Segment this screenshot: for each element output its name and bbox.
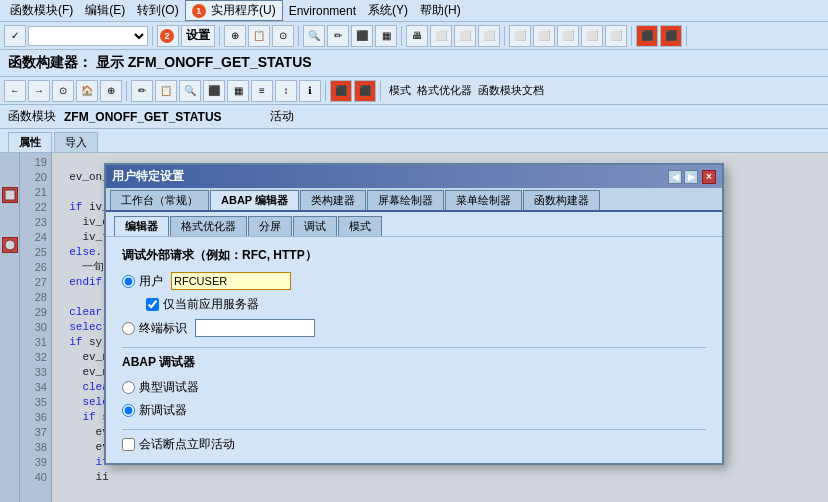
fm-row: 函数模块 ZFM_ONOFF_GET_STATUS 活动 [0,105,828,129]
radio-classic[interactable] [122,381,135,394]
toolbar-sep-6 [631,26,632,46]
modal-subtab-editor[interactable]: 编辑器 [114,216,169,236]
tb2-btn11[interactable]: ℹ [299,80,321,102]
tb-btn-10[interactable]: 🖶 [406,25,428,47]
modal-tabs: 工作台（常规） ABAP 编辑器 类构建器 屏幕绘制器 菜单绘制器 函数构建器 [106,188,722,212]
tb-btn-4[interactable]: 📋 [248,25,270,47]
modal-tab-menu[interactable]: 菜单绘制器 [445,190,522,210]
radio-classic-label[interactable]: 典型调试器 [122,379,199,396]
modal-subtabs: 编辑器 格式优化器 分屏 调试 模式 [106,212,722,237]
terminal-row: 终端标识 [122,319,706,337]
classic-debugger-row: 典型调试器 [122,379,706,396]
menu-utilities[interactable]: 1 实用程序(U) [185,0,283,21]
session-checkbox[interactable] [122,438,135,451]
server-row: 仅当前应用服务器 [126,296,706,313]
badge-1: 1 [192,4,206,18]
tb2-btn5[interactable]: 📋 [155,80,177,102]
tb-btn-18[interactable]: ⬜ [605,25,627,47]
settings-label[interactable]: 设置 [181,25,215,47]
radio-terminal[interactable] [122,322,135,335]
toolbar-sep-3 [298,26,299,46]
tb2-btn1[interactable]: ⊙ [52,80,74,102]
tb2-btn8[interactable]: ▦ [227,80,249,102]
tb2-btn-red2[interactable]: ⬛ [354,80,376,102]
modal-tab-screen[interactable]: 屏幕绘制器 [367,190,444,210]
modal-body: 调试外部请求（例如：RFC, HTTP） 用户 仅当前应用服务器 [106,237,722,463]
tb2-btn7[interactable]: ⬛ [203,80,225,102]
toolbar: ✓ 2 设置 ⊕ 📋 ⊙ 🔍 ✏ ⬛ ▦ 🖶 ⬜ ⬜ ⬜ ⬜ ⬜ ⬜ ⬜ ⬜ ⬛… [0,22,828,50]
menu-system[interactable]: 系统(Y) [362,1,414,20]
toolbar-sep-5 [504,26,505,46]
nav-next[interactable]: ▶ [684,170,698,184]
tb-btn-3[interactable]: ⊕ [224,25,246,47]
modal-tab-func[interactable]: 函数构建器 [523,190,600,210]
modal-tab-class[interactable]: 类构建器 [300,190,366,210]
modal-subtab-split[interactable]: 分屏 [248,216,292,236]
tb-btn-9[interactable]: ▦ [375,25,397,47]
modal-subtab-debug[interactable]: 调试 [293,216,337,236]
toolbar-dropdown[interactable] [28,26,148,46]
modal-tab-abap[interactable]: ABAP 编辑器 [210,190,299,210]
menu-functions-label: 函数模块(F) [10,3,73,17]
tb2-sep3 [380,81,381,101]
toolbar-check-btn[interactable]: ✓ [4,25,26,47]
tb-btn-red-2[interactable]: ⬛ [660,25,682,47]
modal-titlebar: 用户特定设置 ◀ ▶ × [106,165,722,188]
radio-new[interactable] [122,404,135,417]
tb-btn-12[interactable]: ⬜ [454,25,476,47]
menu-system-label: 系统(Y) [368,3,408,17]
tb2-mode-label: 模式 [389,83,411,98]
modal-user-settings: 用户特定设置 ◀ ▶ × 工作台（常规） ABAP 编辑器 [104,163,724,465]
radio-new-label[interactable]: 新调试器 [122,402,187,419]
tb-btn-7[interactable]: ✏ [327,25,349,47]
tb-btn-5[interactable]: ⊙ [272,25,294,47]
tab-import[interactable]: 导入 [54,132,98,152]
menu-utilities-label: 实用程序(U) [211,3,276,17]
tb2-btn3[interactable]: ⊕ [100,80,122,102]
tb-btn-16[interactable]: ⬜ [557,25,579,47]
server-checkbox-label[interactable]: 仅当前应用服务器 [146,296,259,313]
tb2-btn4[interactable]: ✏ [131,80,153,102]
badge-2: 2 [160,29,174,43]
tab-attr[interactable]: 属性 [8,132,52,152]
nav-prev[interactable]: ◀ [668,170,682,184]
tb-btn-11[interactable]: ⬜ [430,25,452,47]
session-checkbox-label[interactable]: 会话断点立即活动 [122,436,706,453]
debug-section-title: 调试外部请求（例如：RFC, HTTP） [122,247,706,264]
tb2-btn9[interactable]: ≡ [251,80,273,102]
tb2-sep1 [126,81,127,101]
abap-debug-title: ABAP 调试器 [122,354,706,371]
tb2-btn6[interactable]: 🔍 [179,80,201,102]
tb2-btn2[interactable]: 🏠 [76,80,98,102]
radio-terminal-label[interactable]: 终端标识 [122,320,187,337]
tb2-fwd[interactable]: → [28,80,50,102]
menu-edit[interactable]: 编辑(E) [79,1,131,20]
tb-btn-13[interactable]: ⬜ [478,25,500,47]
menu-help[interactable]: 帮助(H) [414,1,467,20]
modal-tab-workbench[interactable]: 工作台（常规） [110,190,209,210]
modal-close-btn[interactable]: × [702,170,716,184]
tb2-btn10[interactable]: ↕ [275,80,297,102]
modal-overlay: 用户特定设置 ◀ ▶ × 工作台（常规） ABAP 编辑器 [0,153,828,502]
tb2-back[interactable]: ← [4,80,26,102]
tb-btn-8[interactable]: ⬛ [351,25,373,47]
menu-goto-label: 转到(O) [137,3,178,17]
user-input[interactable] [171,272,291,290]
badge-2-btn[interactable]: 2 [157,25,179,47]
modal-subtab-formatter[interactable]: 格式优化器 [170,216,247,236]
radio-user-label[interactable]: 用户 [122,273,163,290]
tb-btn-6[interactable]: 🔍 [303,25,325,47]
menu-environment[interactable]: Environment [283,3,362,19]
modal-subtab-mode[interactable]: 模式 [338,216,382,236]
tb-btn-red-1[interactable]: ⬛ [636,25,658,47]
server-checkbox[interactable] [146,298,159,311]
radio-user[interactable] [122,275,135,288]
menu-functions[interactable]: 函数模块(F) [4,1,79,20]
tb-btn-17[interactable]: ⬜ [581,25,603,47]
tb-btn-15[interactable]: ⬜ [533,25,555,47]
terminal-input[interactable] [195,319,315,337]
tb-btn-14[interactable]: ⬜ [509,25,531,47]
tb2-btn-red1[interactable]: ⬛ [330,80,352,102]
tb2-doc-label: 函数模块文档 [478,83,544,98]
menu-goto[interactable]: 转到(O) [131,1,184,20]
